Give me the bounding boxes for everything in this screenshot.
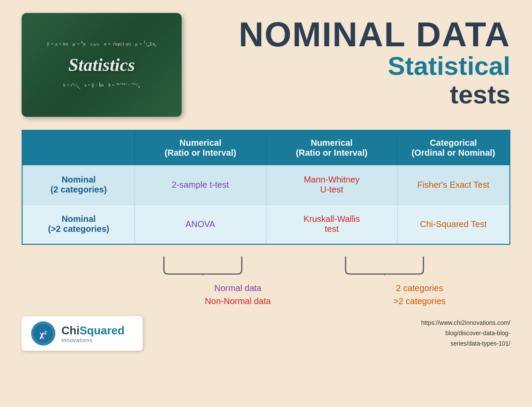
table-row-2: Nominal (>2 categories) ANOVA Kruskall-W… (23, 205, 510, 244)
table-row-1: Nominal (2 categories) 2-sample t-test M… (23, 165, 510, 205)
bracket-numerical: Normal data Non-Normal data (147, 253, 329, 308)
logo-innovations: Innovations (61, 337, 125, 343)
row1-cell1: 2-sample t-test (135, 165, 266, 205)
logo-area: χ² ChiSquared Innovations (22, 316, 143, 351)
header-cell-categorical: Categorical (Ordinal or Nominal) (397, 131, 510, 165)
row2-cell1: ANOVA (135, 205, 266, 244)
table-header-row: Numerical (Ratio or Interval) Numerical(… (23, 131, 510, 165)
bracket-categorical-labels: 2 categories >2 categories (394, 282, 446, 308)
title-tests: tests (195, 80, 510, 109)
bracket-2cat-label: 2 categories (394, 282, 446, 295)
header-cell-empty (23, 131, 135, 165)
logo-name: ChiSquared (61, 324, 125, 337)
bracket-section: Normal data Non-Normal data 2 categories… (22, 253, 510, 308)
row2-label: Nominal (>2 categories) (23, 205, 135, 244)
statistics-image: ŷ = a + bx μ = np x-μ/σ σ = √np(1-p) μ =… (22, 13, 182, 117)
header: ŷ = a + bx μ = np x-μ/σ σ = √np(1-p) μ =… (22, 13, 510, 117)
row1-cell3: Fisher's Exact Test (397, 165, 510, 205)
chi-squared-logo-icon: χ² (30, 320, 56, 346)
bracket-gt2cat-label: >2 categories (394, 295, 446, 308)
chalk-formula-top: ŷ = a + bx μ = np x-μ/σ σ = √np(1-p) μ =… (47, 39, 157, 49)
logo-squared: Squared (80, 324, 125, 337)
logo-chi: Chi (61, 324, 80, 337)
bracket-numerical-svg (160, 253, 316, 275)
bracket-spacer (22, 253, 147, 308)
bracket-categorical-svg (342, 253, 497, 275)
header-cell-numerical2: Numerical(Ratio or Interval) (266, 131, 397, 165)
svg-text:χ²: χ² (39, 328, 47, 339)
row1-label: Nominal (2 categories) (23, 165, 135, 205)
title-area: NOMINAL DATA Statistical tests (182, 13, 510, 109)
page-container: ŷ = a + bx μ = np x-μ/σ σ = √np(1-p) μ =… (0, 0, 532, 407)
title-statistical: Statistical (195, 52, 510, 80)
header-cell-numerical: Numerical (Ratio or Interval) (135, 131, 266, 165)
url-text: https://www.chi2innovations.com/ blog/di… (421, 318, 510, 349)
row2-cell2: Kruskall-Wallis test (266, 205, 397, 244)
title-nominal: NOMINAL DATA (195, 17, 510, 52)
bracket-normal-label: Normal data (205, 282, 271, 295)
chalk-title: Statistics (68, 54, 135, 75)
row1-cell2: Mann-Whitney U-test (266, 165, 397, 205)
footer: χ² ChiSquared Innovations https://www.ch… (22, 316, 510, 351)
row2-cell3: Chi-Squared Test (397, 205, 510, 244)
bracket-nonnormal-label: Non-Normal data (205, 295, 271, 308)
table-container: Numerical (Ratio or Interval) Numerical(… (22, 130, 510, 245)
bracket-numerical-labels: Normal data Non-Normal data (205, 282, 271, 308)
logo-text-area: ChiSquared Innovations (61, 324, 125, 343)
chalk-formula-bottom: b = rsy/sx a = ȳ - b̄x x̄ = x₁+x₂+...+xₙ… (63, 81, 140, 91)
bracket-categorical: 2 categories >2 categories (329, 253, 510, 308)
data-table: Numerical (Ratio or Interval) Numerical(… (22, 131, 510, 244)
